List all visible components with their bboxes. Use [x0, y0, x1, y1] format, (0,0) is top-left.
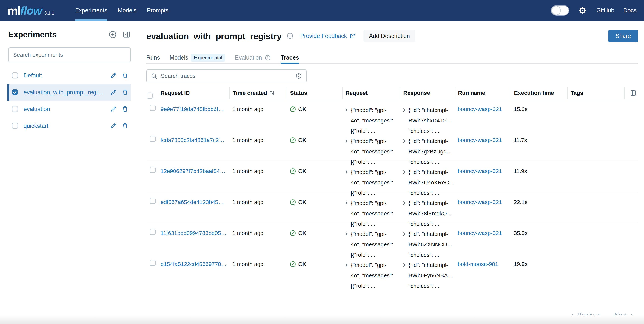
traces-table-body: 9e9e77f19da745fbbb6fa9...1 month agoOK{"…: [146, 99, 638, 285]
edit-experiment-icon[interactable]: [110, 89, 117, 96]
json-line: BWb78lYmgkQ...: [408, 208, 452, 219]
json-line: BWb7U4oKReC...: [408, 177, 454, 188]
sun-gear-icon[interactable]: [578, 5, 587, 15]
checkbox-icon[interactable]: [12, 72, 19, 79]
execution-time-cell: 11.7s: [511, 130, 567, 145]
theme-toggle[interactable]: [552, 6, 569, 15]
status-ok-icon: [290, 198, 296, 208]
nav-link-prompts[interactable]: Prompts: [142, 0, 174, 21]
experiment-name-link[interactable]: evaluation: [24, 106, 106, 113]
row-checkbox[interactable]: [146, 254, 158, 269]
run-name-cell: bold-moose-981: [455, 254, 511, 271]
expand-chevron-right-icon[interactable]: [344, 261, 349, 291]
execution-time-cell: 11.9s: [511, 161, 567, 175]
row-checkbox[interactable]: [146, 130, 158, 145]
delete-experiment-icon[interactable]: [122, 105, 129, 113]
json-line: {"id": "chatcmpl-: [408, 105, 452, 115]
run-name-link[interactable]: bouncy-wasp-321: [458, 136, 502, 145]
nav-link-experiments[interactable]: Experiments: [70, 0, 112, 21]
request-id-cell: 12e906297f7b42baaf5482...: [158, 161, 229, 178]
checkbox-icon[interactable]: [12, 106, 19, 113]
add-experiment-icon[interactable]: [108, 30, 117, 39]
logo-ml-text: ml: [8, 4, 20, 17]
previous-label: Previous: [578, 312, 601, 319]
column-header-execution-time[interactable]: Execution time: [511, 87, 567, 99]
sidebar-experiment-item[interactable]: evaluation: [8, 101, 131, 118]
tab-runs[interactable]: Runs: [146, 52, 160, 63]
collapse-sidebar-icon[interactable]: [122, 30, 131, 39]
checkbox-checked-icon[interactable]: [12, 89, 19, 96]
request-id-header-label: Request ID: [160, 90, 190, 96]
mlflow-logo[interactable]: ml flow 3.1.1: [8, 4, 54, 17]
column-header-time-created[interactable]: Time created: [229, 87, 287, 99]
share-button[interactable]: Share: [608, 30, 638, 42]
row-checkbox[interactable]: [146, 192, 158, 207]
json-line: 4o", "messages":: [351, 115, 393, 126]
columns-config-icon[interactable]: [630, 89, 637, 97]
row-checkbox[interactable]: [146, 161, 158, 176]
edit-experiment-icon[interactable]: [110, 105, 117, 113]
search-traces-container: [146, 69, 307, 82]
next-page-button[interactable]: Next ›: [614, 312, 633, 319]
row-checkbox[interactable]: [146, 223, 158, 238]
execution-time-cell: 35.3s: [511, 223, 567, 237]
column-header-request-id[interactable]: Request ID: [158, 87, 229, 99]
search-info-icon[interactable]: [296, 73, 302, 79]
experiment-name-link[interactable]: evaluation_with_prompt_registry: [24, 89, 106, 96]
checkbox-icon[interactable]: [12, 122, 19, 130]
github-link[interactable]: GitHub: [596, 7, 614, 14]
column-header-tags[interactable]: Tags: [567, 87, 624, 99]
delete-experiment-icon[interactable]: [122, 122, 129, 130]
tab-evaluation[interactable]: Evaluation: [235, 52, 271, 63]
previous-page-button[interactable]: ‹ Previous: [572, 312, 601, 319]
nav-right-group: GitHub Docs: [552, 5, 636, 15]
column-header-run-name[interactable]: Run name: [455, 87, 511, 99]
json-line: "choices": ...: [408, 281, 452, 291]
sidebar-experiment-item[interactable]: Default: [8, 67, 131, 84]
column-header-status[interactable]: Status: [287, 87, 342, 99]
edit-experiment-icon[interactable]: [110, 72, 117, 79]
docs-link[interactable]: Docs: [623, 7, 636, 14]
experiments-sidebar: Experiments Defaultevaluation_with_promp: [0, 21, 138, 324]
top-navbar: ml flow 3.1.1 Experiments Models Prompts: [0, 0, 644, 21]
add-description-button[interactable]: Add Description: [364, 30, 416, 42]
time-created-cell: 1 month ago: [229, 223, 287, 237]
trace-table-row: 12e906297f7b42baaf5482...1 month agoOK{"…: [146, 161, 638, 192]
provide-feedback-link[interactable]: Provide Feedback: [300, 33, 355, 39]
edit-experiment-icon[interactable]: [110, 122, 117, 130]
sidebar-experiment-item[interactable]: quickstart: [8, 118, 131, 134]
search-traces-input[interactable]: [146, 69, 307, 82]
nav-link-models[interactable]: Models: [112, 0, 142, 21]
column-header-response[interactable]: Response: [400, 87, 455, 99]
experiment-name-link[interactable]: Default: [24, 72, 106, 79]
select-all-checkbox[interactable]: [146, 87, 158, 99]
json-line: {"model": "gpt-: [351, 136, 393, 146]
search-experiments-input[interactable]: [8, 47, 131, 62]
request-id-link[interactable]: edf567a654de4123b4584...: [160, 198, 227, 206]
request-id-link[interactable]: 9e9e77f19da745fbbb6fa9...: [160, 105, 227, 114]
request-id-link[interactable]: fcda7803c2fa4861a7c2b3...: [160, 136, 227, 145]
theme-toggle-knob: [552, 6, 561, 15]
run-name-link[interactable]: bouncy-wasp-321: [458, 167, 502, 175]
tab-traces[interactable]: Traces: [281, 52, 299, 63]
experiment-name-link[interactable]: quickstart: [24, 123, 106, 129]
run-name-link[interactable]: bouncy-wasp-321: [458, 229, 502, 237]
request-id-link[interactable]: 11f631bed0994783be051...: [160, 229, 227, 237]
chevron-left-icon: ‹: [572, 312, 574, 318]
json-line: BWb6Fyn6NBA...: [408, 270, 452, 281]
tab-models[interactable]: Models Experimental: [170, 52, 225, 63]
request-id-link[interactable]: e154fa5122cd456697709...: [160, 260, 227, 268]
sort-descending-icon: [269, 90, 275, 96]
row-checkbox[interactable]: [146, 99, 158, 114]
run-name-link[interactable]: bouncy-wasp-321: [458, 198, 502, 206]
run-name-link[interactable]: bouncy-wasp-321: [458, 105, 502, 114]
column-header-request[interactable]: Request: [342, 87, 400, 99]
execution-time-cell: 22.1s: [511, 192, 567, 206]
request-id-link[interactable]: 12e906297f7b42baaf5482...: [160, 167, 227, 175]
sidebar-experiment-item[interactable]: evaluation_with_prompt_registry: [8, 84, 131, 101]
run-name-link[interactable]: bold-moose-981: [458, 260, 498, 268]
delete-experiment-icon[interactable]: [122, 72, 129, 79]
experiment-info-icon[interactable]: [286, 32, 294, 40]
delete-experiment-icon[interactable]: [122, 89, 129, 96]
expand-chevron-right-icon[interactable]: [402, 261, 407, 291]
